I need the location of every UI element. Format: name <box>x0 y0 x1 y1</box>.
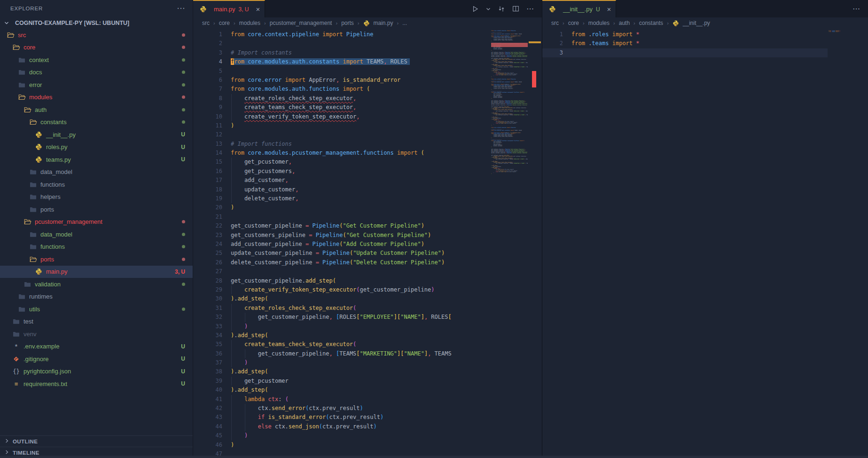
code-line-1[interactable]: 1from core.context.pipeline import Pipel… <box>193 30 542 39</box>
tree-item-runtimes[interactable]: runtimes <box>0 291 193 303</box>
breadcrumb-item[interactable]: src <box>551 20 559 26</box>
code-line-21[interactable]: 21 <box>193 213 542 221</box>
tree-item-pcustomer-management[interactable]: pcustomer_management <box>0 216 193 229</box>
tree-item--gitignore[interactable]: .gitignoreU <box>0 353 193 365</box>
code-line-17[interactable]: 17 add_customer, <box>193 176 542 185</box>
code-line-11[interactable]: 11) <box>193 121 542 130</box>
tree-item-ports[interactable]: ports <box>0 203 193 216</box>
code-line-31[interactable]: 31 create_roles_check_step_executor( <box>193 304 542 313</box>
code-line-3[interactable]: 3 <box>542 48 868 57</box>
tree-item-auth[interactable]: auth <box>0 103 193 116</box>
code-line-41[interactable]: 41 lambda ctx: ( <box>193 395 542 404</box>
code-line-44[interactable]: 44 else ctx.send_json(ctx.prev_result) <box>193 422 542 431</box>
code-line-22[interactable]: 22get_customer_pipeline = Pipeline("Get … <box>193 221 542 230</box>
breadcrumb-item[interactable]: ports <box>341 20 354 26</box>
code-line-37[interactable]: 37 ) <box>193 358 542 367</box>
breadcrumb-item[interactable]: modules <box>588 20 610 26</box>
tree-item-utils[interactable]: utils <box>0 303 193 316</box>
code-line-38[interactable]: 38).add_step( <box>193 367 542 376</box>
code-line-30[interactable]: 30).add_step( <box>193 294 542 303</box>
code-line-9[interactable]: 9 create_teams_check_step_executor, <box>193 103 542 112</box>
code-line-7[interactable]: 7from core.modules.auth.functions import… <box>193 85 542 94</box>
breadcrumb-item[interactable]: core <box>568 20 579 26</box>
code-line-4[interactable]: 4from core.modules.auth.constants import… <box>193 57 542 66</box>
code-line-33[interactable]: 33 ) <box>193 322 542 331</box>
tree-item-data-model[interactable]: data_model <box>0 166 193 179</box>
tab-main-py[interactable]: main.py 3, U × <box>193 0 265 17</box>
code-line-18[interactable]: 18 update_customer, <box>193 185 542 194</box>
breadcrumb-item[interactable]: src <box>202 20 210 26</box>
compare-changes-icon[interactable] <box>498 5 505 13</box>
code-line-8[interactable]: 8 create_roles_check_step_executor, <box>193 94 542 103</box>
code-line-26[interactable]: 26delete_customer_pipeline = Pipeline("D… <box>193 258 542 267</box>
code-line-3[interactable]: 3# Import constants <box>193 48 542 57</box>
code-line-45[interactable]: 45 ) <box>193 431 542 440</box>
tree-item-src[interactable]: src <box>0 29 193 41</box>
run-dropdown-icon[interactable] <box>486 7 491 11</box>
tree-item-roles-py[interactable]: roles.pyU <box>0 141 193 154</box>
tree-item-modules[interactable]: modules <box>0 91 193 104</box>
tree-item-context[interactable]: context <box>0 54 193 66</box>
code-line-40[interactable]: 40).add_step( <box>193 386 542 395</box>
tree-item-test[interactable]: test <box>0 316 193 328</box>
workspace-root-folder[interactable]: COGNITO-EXAMPLE-PY [WSL: UBUNTU] <box>0 17 193 29</box>
run-icon[interactable] <box>471 5 479 13</box>
tree-item-requirements-txt[interactable]: ≡requirements.txtU <box>0 378 193 390</box>
code-line-1[interactable]: 1from .roles import * <box>542 30 868 39</box>
tree-item-functions[interactable]: functions <box>0 241 193 253</box>
code-line-25[interactable]: 25update_customer_pipeline = Pipeline("U… <box>193 249 542 258</box>
code-line-36[interactable]: 36 get_customer_pipeline, [TEAMS["MARKET… <box>193 349 542 358</box>
code-line-24[interactable]: 24add_customer_pipeline = Pipeline("Add … <box>193 240 542 249</box>
code-line-46[interactable]: 46) <box>193 441 542 450</box>
tree-item--env-example[interactable]: *.env.exampleU <box>0 340 193 353</box>
tree-item-core[interactable]: core <box>0 41 193 54</box>
code-line-43[interactable]: 43 if is_standard_error(ctx.prev_result) <box>193 413 542 422</box>
tree-item-docs[interactable]: docs <box>0 66 193 79</box>
tree-item-functions[interactable]: functions <box>0 178 193 191</box>
tree-item-helpers[interactable]: helpers <box>0 191 193 204</box>
code-line-19[interactable]: 19 delete_customer, <box>193 194 542 203</box>
tree-item-venv[interactable]: venv <box>0 328 193 340</box>
breadcrumb-item[interactable]: modules <box>239 20 260 26</box>
tree-item-main-py[interactable]: main.py3, U <box>0 266 193 278</box>
tree-item-error[interactable]: error <box>0 79 193 91</box>
breadcrumb-item[interactable]: __init__.py <box>683 20 710 26</box>
breadcrumb-item[interactable]: ... <box>402 20 407 26</box>
code-line-28[interactable]: 28get_customer_pipeline.add_step( <box>193 276 542 285</box>
breadcrumb-item[interactable]: main.py <box>374 20 393 26</box>
code-line-34[interactable]: 34).add_step( <box>193 331 542 340</box>
breadcrumb-item[interactable]: constants <box>639 20 663 26</box>
code-line-12[interactable]: 12 <box>193 130 542 139</box>
breadcrumb-item[interactable]: core <box>219 20 230 26</box>
code-line-14[interactable]: 14from core.modules.pcustomer_management… <box>193 149 542 158</box>
code-line-16[interactable]: 16 get_pcustomers, <box>193 167 542 176</box>
code-line-2[interactable]: 2 <box>193 39 542 48</box>
code-line-32[interactable]: 32 get_customer_pipeline, [ROLES["EMPLOY… <box>193 313 542 322</box>
code-line-27[interactable]: 27 <box>193 267 542 276</box>
code-line-10[interactable]: 10 create_verify_token_step_executor, <box>193 112 542 121</box>
tree-item-pyrightconfig-json[interactable]: {}pyrightconfig.jsonU <box>0 365 193 378</box>
close-tab-icon[interactable]: × <box>256 5 260 13</box>
split-editor-icon[interactable] <box>512 5 519 12</box>
breadcrumb-item[interactable]: pcustomer_management <box>270 20 332 26</box>
code-line-23[interactable]: 23get_customers_pipeline = Pipeline("Get… <box>193 231 542 240</box>
code-line-42[interactable]: 42 ctx.send_error(ctx.prev_result) <box>193 404 542 413</box>
code-line-13[interactable]: 13# Import functions <box>193 140 542 149</box>
tree-item-ports[interactable]: ports <box>0 253 193 266</box>
code-line-20[interactable]: 20) <box>193 203 542 212</box>
tree-item-data-model[interactable]: data_model <box>0 228 193 241</box>
code-line-15[interactable]: 15 get_pcustomer, <box>193 158 542 166</box>
code-line-35[interactable]: 35 create_teams_check_step_executor( <box>193 340 542 349</box>
tree-item-teams-py[interactable]: teams.pyU <box>0 153 193 166</box>
close-tab-icon[interactable]: × <box>607 5 611 13</box>
code-editor-main-py[interactable]: 1from core.context.pipeline import Pipel… <box>193 29 542 458</box>
code-line-39[interactable]: 39 get_pcustomer <box>193 377 542 386</box>
tree-item-validation[interactable]: validation <box>0 278 193 291</box>
more-actions-icon[interactable]: ⋯ <box>526 4 534 13</box>
overview-ruler[interactable] <box>528 29 542 458</box>
explorer-more-actions-icon[interactable]: ⋯ <box>177 6 185 11</box>
code-editor-init-py[interactable]: 1from .roles import *2from .teams import… <box>542 29 868 458</box>
tab-init-py[interactable]: __init__.py U × <box>542 0 616 17</box>
code-line-29[interactable]: 29 create_verify_token_step_executor(get… <box>193 285 542 294</box>
breadcrumb-item[interactable]: auth <box>619 20 630 26</box>
